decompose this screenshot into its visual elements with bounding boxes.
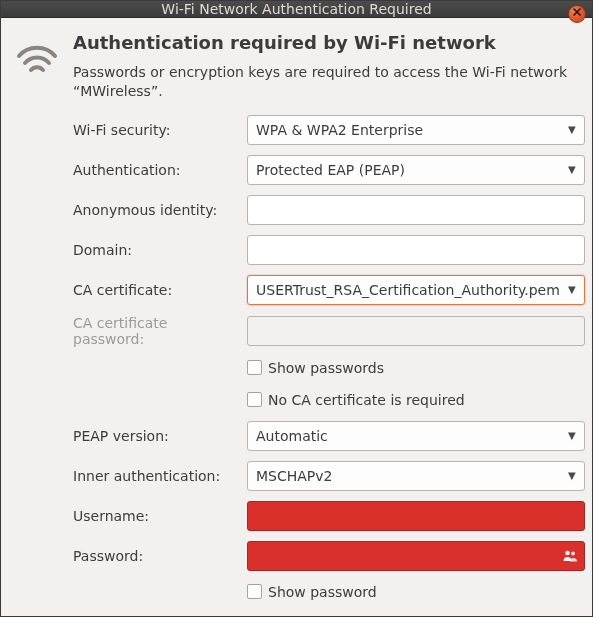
close-icon (572, 7, 582, 17)
show-password-label: Show password (268, 584, 377, 600)
label-authentication: Authentication: (73, 162, 243, 178)
no-ca-required-label: No CA certificate is required (268, 392, 465, 408)
username-input[interactable] (247, 501, 585, 531)
dialog-window: Wi-Fi Network Authentication Required Au… (0, 0, 593, 617)
show-password-row[interactable]: Show password (247, 581, 585, 603)
show-passwords-label: Show passwords (268, 360, 384, 376)
inner-auth-select[interactable]: MSCHAPv2 ▼ (247, 461, 585, 491)
ca-certificate-select[interactable]: USERTrust_RSA_Certification_Authority.pe… (247, 275, 585, 305)
peap-version-select[interactable]: Automatic ▼ (247, 421, 585, 451)
window-title: Wi-Fi Network Authentication Required (161, 1, 431, 17)
header-text: Authentication required by Wi-Fi network… (73, 32, 576, 115)
ca-cert-password-input (247, 316, 585, 346)
wifi-icon (17, 44, 57, 76)
dialog-actions: Cancel Connect (17, 603, 576, 617)
show-password-checkbox[interactable] (247, 584, 262, 599)
peap-version-value: Automatic (256, 428, 328, 444)
label-password: Password: (73, 548, 243, 564)
close-button[interactable] (568, 5, 586, 23)
label-ca-certificate: CA certificate: (73, 282, 243, 298)
users-icon (562, 548, 578, 564)
dialog-body: Authentication required by Wi-Fi network… (1, 18, 592, 617)
label-ca-cert-password: CA certificate password: (73, 315, 243, 347)
no-ca-required-checkbox[interactable] (247, 392, 262, 407)
wifi-security-select[interactable]: WPA & WPA2 Enterprise ▼ (247, 115, 585, 145)
no-ca-required-row[interactable]: No CA certificate is required (247, 389, 585, 411)
domain-input[interactable] (247, 235, 585, 265)
label-inner-auth: Inner authentication: (73, 468, 243, 484)
show-passwords-row[interactable]: Show passwords (247, 357, 585, 379)
label-username: Username: (73, 508, 243, 524)
label-peap-version: PEAP version: (73, 428, 243, 444)
authentication-select[interactable]: Protected EAP (PEAP) ▼ (247, 155, 585, 185)
auth-form: Wi-Fi security: WPA & WPA2 Enterprise ▼ … (73, 115, 576, 603)
wifi-security-value: WPA & WPA2 Enterprise (256, 122, 423, 138)
ca-certificate-value: USERTrust_RSA_Certification_Authority.pe… (256, 282, 560, 298)
password-input[interactable] (247, 541, 585, 571)
chevron-down-icon: ▼ (568, 164, 576, 175)
chevron-down-icon: ▼ (568, 124, 576, 135)
anonymous-identity-input[interactable] (247, 195, 585, 225)
chevron-down-icon: ▼ (568, 470, 576, 481)
dialog-heading: Authentication required by Wi-Fi network (73, 32, 576, 53)
inner-auth-value: MSCHAPv2 (256, 468, 332, 484)
header-row: Authentication required by Wi-Fi network… (17, 32, 576, 115)
authentication-value: Protected EAP (PEAP) (256, 162, 405, 178)
dialog-description: Passwords or encryption keys are require… (73, 63, 576, 101)
svg-point-2 (565, 550, 570, 555)
chevron-down-icon: ▼ (568, 284, 576, 295)
svg-point-3 (571, 551, 575, 555)
titlebar: Wi-Fi Network Authentication Required (1, 1, 592, 18)
show-passwords-checkbox[interactable] (247, 360, 262, 375)
label-wifi-security: Wi-Fi security: (73, 122, 243, 138)
chevron-down-icon: ▼ (568, 430, 576, 441)
label-anonymous-identity: Anonymous identity: (73, 202, 243, 218)
label-domain: Domain: (73, 242, 243, 258)
